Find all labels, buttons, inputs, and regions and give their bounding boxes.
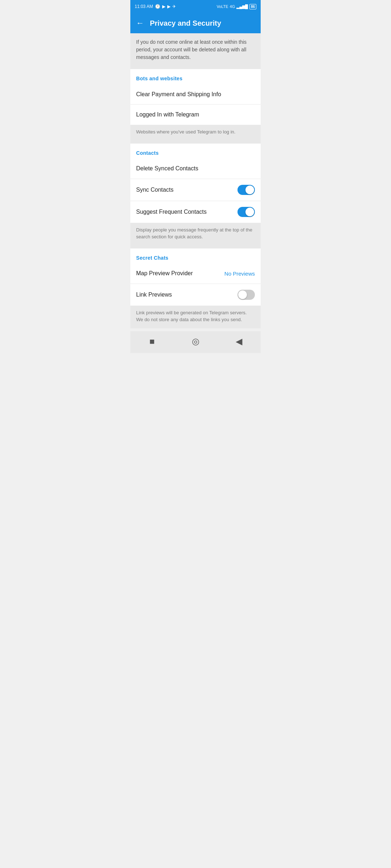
bots-websites-description: Websites where you've used Telegram to l…	[130, 125, 261, 141]
youtube2-icon: ▶	[167, 4, 171, 9]
secret-chats-description: Link previews will be generated on Teleg…	[130, 306, 261, 328]
map-preview-item[interactable]: Map Preview Provider No Previews	[130, 264, 261, 284]
nav-square-button[interactable]: ■	[145, 334, 159, 349]
link-previews-label: Link Previews	[136, 292, 172, 298]
secret-chats-header: Secret Chats	[130, 248, 261, 264]
telegram-icon: ✈	[172, 4, 176, 9]
status-right: VoLTE 4G ▂▄▆█ 86	[216, 4, 256, 9]
circle-icon: ◎	[192, 336, 199, 346]
clear-payment-label: Clear Payment and Shipping Info	[136, 91, 221, 98]
signal-icon: ▂▄▆█	[236, 4, 248, 9]
secret-chats-section: Secret Chats Map Preview Provider No Pre…	[130, 248, 261, 306]
nav-home-button[interactable]: ◎	[188, 334, 203, 349]
bots-and-websites-section: Bots and websites Clear Payment and Ship…	[130, 69, 261, 125]
suggest-frequent-toggle[interactable]	[237, 207, 255, 217]
section-gap-1	[130, 66, 261, 69]
youtube-icon: ▶	[162, 4, 165, 9]
suggest-frequent-contacts-item[interactable]: Suggest Frequent Contacts	[130, 201, 261, 223]
secret-chats-desc-text: Link previews will be generated on Teleg…	[136, 310, 247, 323]
page-title: Privacy and Security	[150, 19, 221, 27]
link-previews-toggle[interactable]	[237, 290, 255, 300]
alarm-icon: 🕐	[155, 4, 160, 9]
sync-contacts-knob	[245, 186, 254, 194]
bots-websites-desc-text: Websites where you've used Telegram to l…	[136, 129, 235, 135]
triangle-icon: ◀	[236, 336, 242, 346]
back-button[interactable]: ←	[136, 18, 144, 28]
4g-icon: 4G	[230, 4, 235, 9]
contacts-header: Contacts	[130, 144, 261, 159]
contacts-section: Contacts Delete Synced Contacts Sync Con…	[130, 144, 261, 223]
nav-bar: ■ ◎ ◀	[130, 331, 261, 353]
square-icon: ■	[150, 336, 155, 346]
nav-back-button[interactable]: ◀	[232, 334, 246, 349]
sync-contacts-toggle[interactable]	[237, 185, 255, 195]
suggest-frequent-label: Suggest Frequent Contacts	[136, 209, 207, 215]
delete-synced-contacts-item[interactable]: Delete Synced Contacts	[130, 159, 261, 179]
sync-contacts-item[interactable]: Sync Contacts	[130, 179, 261, 201]
contacts-description: Display people you message frequently at…	[130, 223, 261, 246]
logged-in-telegram-item[interactable]: Logged In with Telegram	[130, 105, 261, 125]
status-left: 11:03 AM 🕐 ▶ ▶ ✈	[135, 4, 176, 9]
bots-websites-header: Bots and websites	[130, 69, 261, 84]
link-previews-item[interactable]: Link Previews	[130, 284, 261, 306]
info-banner: If you do not come online at least once …	[130, 33, 261, 66]
status-time: 11:03 AM	[135, 4, 153, 9]
delete-synced-label: Delete Synced Contacts	[136, 165, 198, 172]
section-gap-3	[130, 246, 261, 248]
map-preview-label: Map Preview Provider	[136, 270, 193, 277]
top-bar: ← Privacy and Security	[130, 13, 261, 33]
volte-icon: VoLTE	[216, 4, 228, 9]
status-bar: 11:03 AM 🕐 ▶ ▶ ✈ VoLTE 4G ▂▄▆█ 86	[130, 0, 261, 13]
section-gap-2	[130, 141, 261, 144]
sync-contacts-label: Sync Contacts	[136, 187, 173, 193]
contacts-desc-text: Display people you message frequently at…	[136, 227, 252, 240]
info-banner-text: If you do not come online at least once …	[136, 39, 247, 60]
logged-in-label: Logged In with Telegram	[136, 111, 199, 118]
link-previews-knob	[238, 290, 247, 299]
battery-indicator: 86	[249, 4, 256, 9]
suggest-frequent-knob	[245, 208, 254, 216]
map-preview-value: No Previews	[224, 271, 255, 277]
clear-payment-item[interactable]: Clear Payment and Shipping Info	[130, 84, 261, 105]
